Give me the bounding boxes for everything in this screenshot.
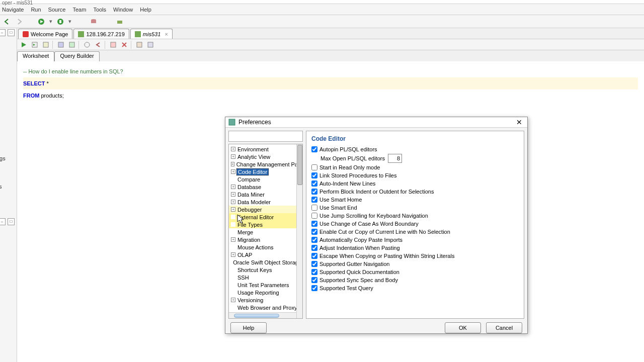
prefs-tree-item[interactable]: +Data Modeler <box>229 198 302 206</box>
tree-expand-icon <box>231 222 235 227</box>
tree-item-label: Environment <box>236 146 270 152</box>
opt-jumpscroll[interactable] <box>311 213 317 219</box>
preferences-dialog: Preferences ✕ +Environment+Analytic View… <box>225 117 528 334</box>
tree-expand-icon[interactable]: + <box>231 169 235 174</box>
opt-syncspec[interactable] <box>311 277 317 283</box>
opt-readonly[interactable] <box>311 164 317 170</box>
prefs-search-input[interactable] <box>231 133 300 139</box>
tree-item-label: Migration <box>236 237 261 243</box>
opt-smarthome[interactable] <box>311 197 317 203</box>
tree-item-label: Code Editor <box>236 168 269 175</box>
close-icon[interactable]: ✕ <box>514 117 524 127</box>
cancel-button[interactable]: Cancel <box>486 322 522 333</box>
prefs-tree-item[interactable]: +Migration <box>229 236 302 243</box>
tree-expand-icon <box>231 245 235 249</box>
opt-label: Autopin PL/SQL editors <box>319 146 377 152</box>
tree-item-label: Shortcut Keys <box>236 267 273 273</box>
tree-expand-icon <box>231 177 235 182</box>
tree-item-label: Web Browser and Proxy <box>236 305 298 311</box>
prefs-tree-item[interactable]: +Database <box>229 183 302 191</box>
opt-label: Supported Quick Documentation <box>319 269 399 275</box>
horizontal-scrollbar[interactable] <box>229 312 296 318</box>
opt-maxopen-input[interactable] <box>388 154 402 163</box>
tree-expand-icon[interactable]: + <box>231 252 235 257</box>
tree-expand-icon <box>231 267 235 272</box>
prefs-icon <box>228 119 235 126</box>
opt-gutter[interactable] <box>311 261 317 267</box>
tree-item-label: Data Miner <box>236 192 266 198</box>
dialog-buttons: Help OK Cancel <box>225 322 527 333</box>
opt-escape[interactable] <box>311 253 317 259</box>
tree-item-label: Change Management Parameters <box>235 161 303 167</box>
tree-expand-icon[interactable]: + <box>231 207 235 212</box>
opt-label: Use Change of Case As Word Boundary <box>319 221 419 227</box>
opt-linkstored[interactable] <box>311 172 317 178</box>
tree-expand-icon[interactable]: + <box>231 147 235 151</box>
opt-testquery[interactable] <box>311 285 317 291</box>
prefs-search[interactable] <box>228 131 303 142</box>
prefs-content: Code Editor Autopin PL/SQL editors Max O… <box>306 131 524 319</box>
prefs-tree-item[interactable]: +Code Editor <box>229 168 302 175</box>
prefs-tree-item[interactable]: +OLAP <box>229 251 302 258</box>
prefs-tree-item[interactable]: Web Browser and Proxy <box>229 304 302 311</box>
opt-label: Supported Gutter Navigation <box>319 261 389 267</box>
prefs-tree-item[interactable]: External Editor <box>229 213 302 221</box>
tree-item-label: OLAP <box>236 252 253 258</box>
prefs-tree-item[interactable]: Usage Reporting <box>229 289 302 296</box>
opt-blockindent[interactable] <box>311 189 317 195</box>
prefs-tree-item[interactable]: Compare <box>229 175 302 183</box>
prefs-tree: +Environment+Analytic View+Change Manage… <box>228 144 303 319</box>
opt-adjustindent[interactable] <box>311 245 317 251</box>
opt-label: Use Smart Home <box>319 197 362 203</box>
opt-changecase[interactable] <box>311 221 317 227</box>
tree-item-label: External Editor <box>236 214 275 220</box>
tree-item-label: Compare <box>236 176 261 183</box>
opt-label: Enable Cut or Copy of Current Line with … <box>319 229 450 235</box>
tree-item-label: Versioning <box>236 297 264 303</box>
ok-button[interactable]: OK <box>445 322 481 333</box>
prefs-tree-item[interactable]: +Environment <box>229 145 302 153</box>
dialog-title: Preferences <box>238 119 511 126</box>
vertical-scrollbar[interactable] <box>296 144 302 318</box>
tree-expand-icon[interactable]: + <box>231 162 234 166</box>
opt-label: Use Smart End <box>319 205 357 211</box>
opt-cutcopy[interactable] <box>311 229 317 235</box>
opt-label: Max Open PL/SQL editors <box>320 155 385 161</box>
prefs-tree-item[interactable]: +Change Management Parameters <box>229 160 302 168</box>
tree-item-label: Unit Test Parameters <box>236 282 290 288</box>
prefs-tree-item[interactable]: +Analytic View <box>229 153 302 160</box>
tree-expand-icon <box>231 275 235 280</box>
opt-quickdoc[interactable] <box>311 269 317 275</box>
opt-label: Perform Block Indent or Outdent for Sele… <box>319 189 434 195</box>
opt-autopin[interactable] <box>311 146 317 152</box>
opt-smartend[interactable] <box>311 205 317 211</box>
tree-expand-icon[interactable]: + <box>231 298 235 302</box>
tree-item-label: Data Modeler <box>236 199 272 205</box>
tree-expand-icon[interactable]: + <box>231 237 235 242</box>
prefs-tree-item[interactable]: Unit Test Parameters <box>229 281 302 289</box>
tree-expand-icon[interactable]: + <box>231 185 235 189</box>
opt-label: Supported Sync Spec and Body <box>319 277 398 283</box>
prefs-tree-item[interactable]: Shortcut Keys <box>229 266 302 274</box>
opt-label: Auto-Indent New Lines <box>319 180 375 187</box>
tree-expand-icon[interactable]: + <box>231 200 235 204</box>
opt-label: Supported Test Query <box>319 285 373 291</box>
opt-autoindent[interactable] <box>311 180 317 187</box>
prefs-tree-item[interactable]: Oracle Swift Object Storage <box>229 258 302 266</box>
tree-expand-icon <box>231 283 235 287</box>
help-button[interactable]: Help <box>230 322 267 333</box>
prefs-tree-item[interactable]: +Data Miner <box>229 191 302 198</box>
tree-expand-icon <box>231 305 235 310</box>
prefs-tree-item[interactable]: Mouse Actions <box>229 243 302 251</box>
tree-item-label: Mouse Actions <box>236 244 275 250</box>
tree-item-label: Usage Reporting <box>236 290 280 296</box>
tree-expand-icon[interactable]: + <box>231 192 235 197</box>
tree-expand-icon[interactable]: + <box>231 154 235 159</box>
prefs-tree-item[interactable]: Merge <box>229 228 302 236</box>
prefs-tree-item[interactable]: +Debugger <box>229 206 302 213</box>
prefs-tree-item[interactable]: File Types <box>229 221 302 228</box>
tree-item-label: Merge <box>236 229 254 235</box>
prefs-tree-item[interactable]: SSH <box>229 274 302 281</box>
prefs-tree-item[interactable]: +Versioning <box>229 296 302 304</box>
opt-copypaste[interactable] <box>311 237 317 243</box>
